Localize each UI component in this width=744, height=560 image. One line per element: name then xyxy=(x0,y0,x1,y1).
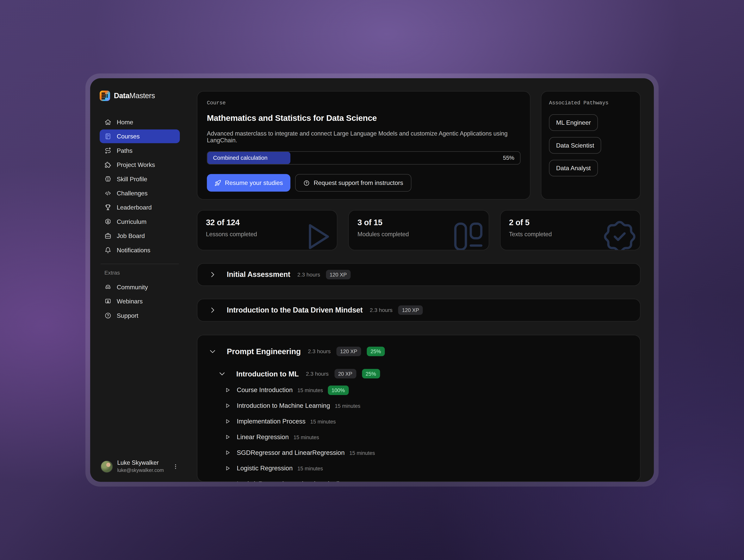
xp-badge: 120 XP xyxy=(326,270,351,279)
sidebar-item-label: Job Board xyxy=(117,232,145,240)
sidebar-item-label: Community xyxy=(117,283,148,291)
sidebar-item-leaderboard[interactable]: Leaderboard xyxy=(100,201,180,214)
stat-card-lessons: 32 of 124 Lessons completed xyxy=(197,210,337,250)
percent-badge: 25% xyxy=(362,369,380,378)
module-title: Introduction to the Data Driven Mindset xyxy=(227,306,363,315)
lesson-row[interactable]: Logistic Regression 15 minutes xyxy=(224,461,629,476)
sidebar-item-curriculum[interactable]: Curriculum xyxy=(100,215,180,229)
sidebar-item-label: Courses xyxy=(117,133,140,140)
progress-label: Combined calculation xyxy=(213,155,268,161)
profile-menu-button[interactable] xyxy=(172,463,179,470)
submodule-header-introduction-to-ml[interactable]: Introduction to ML 2.3 hours 20 XP 25% xyxy=(218,369,629,378)
sidebar-item-challenges[interactable]: Challenges xyxy=(100,186,180,200)
lesson-title: LogisticRegression and make_pipeline xyxy=(237,480,346,482)
sidebar-item-community[interactable]: Community xyxy=(100,280,180,294)
lesson-row[interactable]: Linear Regression 15 minutes xyxy=(224,429,629,445)
sidebar-item-project-works[interactable]: Project Works xyxy=(100,158,180,172)
sidebar-item-skill-profile[interactable]: Skill Profile xyxy=(100,172,180,186)
module-header-prompt-engineering[interactable]: Prompt Engineering 2.3 hours 120 XP 25% xyxy=(209,347,629,356)
sidebar-item-home[interactable]: Home xyxy=(100,115,180,129)
lesson-duration: 15 minutes xyxy=(351,481,377,482)
main-content: Course Mathematics and Statistics for Da… xyxy=(187,78,654,482)
sidebar-item-job-board[interactable]: Job Board xyxy=(100,229,180,243)
associated-pathways-card: Associated Pathways ML Engineer Data Sci… xyxy=(541,91,640,200)
avatar xyxy=(101,460,113,473)
user-email: luke@skywalker.com xyxy=(117,467,164,473)
lesson-row[interactable]: LogisticRegression and make_pipeline 15 … xyxy=(224,476,629,482)
sidebar-nav: Home Courses Paths Project Works xyxy=(100,115,180,257)
lesson-list: Course Introduction 15 minutes 100% Intr… xyxy=(224,382,629,482)
briefcase-icon xyxy=(104,232,112,240)
trophy-icon xyxy=(104,204,112,211)
sidebar-item-label: Webinars xyxy=(117,298,143,305)
lesson-row[interactable]: Course Introduction 15 minutes 100% xyxy=(224,382,629,398)
sidebar-item-label: Support xyxy=(117,312,138,319)
module-duration: 2.3 hours xyxy=(308,349,331,354)
percent-badge: 25% xyxy=(367,347,385,356)
lesson-title: Course Introduction xyxy=(237,387,293,394)
course-description: Advanced masterclass to integrate and co… xyxy=(207,130,521,144)
sidebar-item-label: Notifications xyxy=(117,246,150,254)
chevron-right-icon xyxy=(209,271,216,278)
user-profile: Luke Skywalker luke@skywalker.com xyxy=(100,460,180,473)
module-title: Initial Assessment xyxy=(227,270,290,279)
lesson-duration: 15 minutes xyxy=(310,418,336,424)
course-progress-bar: Combined calculation 55% xyxy=(207,151,521,165)
module-row-initial-assessment[interactable]: Initial Assessment 2.3 hours 120 XP xyxy=(197,263,640,286)
play-icon xyxy=(224,403,230,409)
lesson-row[interactable]: Introduction to Machine Learning 15 minu… xyxy=(224,398,629,413)
sidebar-item-notifications[interactable]: Notifications xyxy=(100,243,180,257)
play-icon xyxy=(224,450,230,456)
pathway-pill-data-analyst[interactable]: Data Analyst xyxy=(549,160,598,176)
app-window: DataMasters Home Courses Paths xyxy=(90,78,654,482)
sidebar-item-webinars[interactable]: Webinars xyxy=(100,294,180,308)
app-window-frame: DataMasters Home Courses Paths xyxy=(85,74,659,487)
sidebar-item-courses[interactable]: Courses xyxy=(100,129,180,143)
xp-badge: 120 XP xyxy=(398,305,423,315)
sidebar: DataMasters Home Courses Paths xyxy=(90,78,187,482)
screen: DataMasters Home Courses Paths xyxy=(0,0,744,560)
route-icon xyxy=(104,147,112,154)
sidebar-item-label: Leaderboard xyxy=(117,204,152,211)
book-icon xyxy=(104,133,112,140)
code-icon xyxy=(104,190,112,197)
page-title: Mathematics and Statistics for Data Scie… xyxy=(207,113,521,123)
user-hexagon-icon xyxy=(104,218,112,226)
sidebar-extras: Community Webinars Support xyxy=(100,280,180,322)
lesson-row[interactable]: SGDRegressor and LinearRegression 15 min… xyxy=(224,445,629,461)
brand-logo: DataMasters xyxy=(100,91,180,101)
course-hero-card: Course Mathematics and Statistics for Da… xyxy=(197,91,530,200)
pathway-pill-ml-engineer[interactable]: ML Engineer xyxy=(549,114,598,131)
module-duration: 2.3 hours xyxy=(297,272,320,277)
sidebar-item-label: Challenges xyxy=(117,190,147,197)
bell-icon xyxy=(104,246,112,254)
lesson-title: Introduction to Machine Learning xyxy=(237,402,330,409)
xp-badge: 120 XP xyxy=(336,347,361,356)
chevron-right-icon xyxy=(209,306,216,314)
sidebar-item-support[interactable]: Support xyxy=(100,309,180,322)
resume-studies-label: Resume your studies xyxy=(225,179,283,187)
lesson-title: Implementation Process xyxy=(237,418,305,425)
module-row-data-driven-mindset[interactable]: Introduction to the Data Driven Mindset … xyxy=(197,299,640,322)
lesson-duration: 15 minutes xyxy=(297,387,323,393)
sidebar-item-label: Project Works xyxy=(117,161,155,168)
lesson-row[interactable]: Implementation Process 15 minutes xyxy=(224,413,629,429)
lesson-duration: 15 minutes xyxy=(335,403,360,408)
webinar-screen-icon xyxy=(104,298,112,305)
brain-icon xyxy=(104,175,112,183)
stat-card-texts: 2 of 5 Texts completed xyxy=(500,210,640,250)
pathways-title: Associated Pathways xyxy=(549,100,632,106)
home-icon xyxy=(104,119,112,126)
lesson-title: Linear Regression xyxy=(237,433,289,441)
play-icon xyxy=(224,481,230,482)
resume-studies-button[interactable]: Resume your studies xyxy=(207,174,290,192)
pathway-pill-data-scientist[interactable]: Data Scientist xyxy=(549,137,601,154)
xp-badge: 20 XP xyxy=(334,369,356,378)
rocket-icon xyxy=(215,179,221,186)
play-icon xyxy=(297,217,336,250)
submodule-title: Introduction to ML xyxy=(236,370,299,378)
request-support-button[interactable]: Request support from instructors xyxy=(295,174,411,192)
sidebar-item-paths[interactable]: Paths xyxy=(100,144,180,157)
discord-icon xyxy=(104,283,112,291)
progress-percent: 55% xyxy=(503,155,514,161)
